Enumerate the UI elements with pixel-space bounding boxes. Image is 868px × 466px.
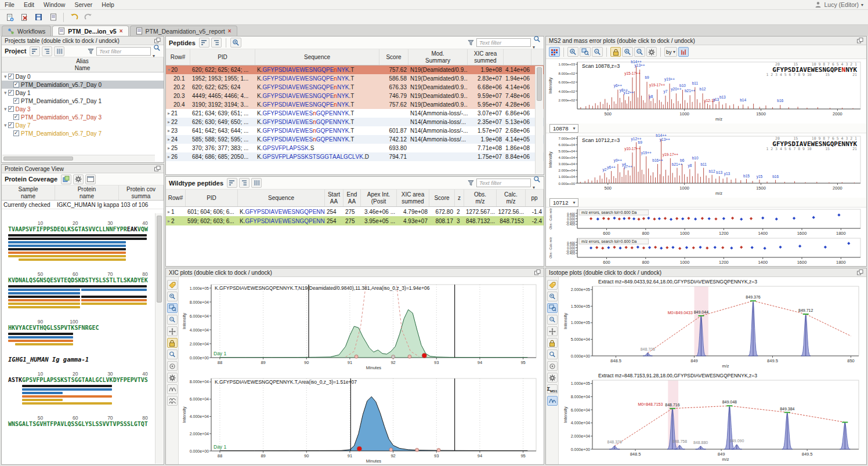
tab-ptm-deamidation-v5-report[interactable]: PTM_Deamidation_v5_report× bbox=[130, 26, 237, 36]
pan-icon[interactable] bbox=[547, 326, 558, 336]
undock-icon[interactable] bbox=[857, 38, 863, 43]
coverage-bar[interactable] bbox=[8, 252, 126, 254]
zoom-area-icon[interactable] bbox=[167, 303, 178, 313]
coverage-bar[interactable] bbox=[8, 296, 80, 298]
peptide-row[interactable]: ▸22626; 630; 649; 650; ...K.GFYPSDIAVEWE… bbox=[166, 118, 544, 126]
coverage-bar[interactable] bbox=[81, 289, 146, 291]
isotope-plot-modified[interactable]: 848.5849849.58500.000e+005.000e+041.000e… bbox=[559, 277, 866, 371]
sort-button[interactable] bbox=[30, 46, 40, 56]
coverage-bar[interactable] bbox=[8, 255, 126, 257]
user-menu[interactable]: Lucy (Editor)▾ bbox=[815, 1, 863, 8]
peak-bars-button[interactable] bbox=[678, 47, 689, 57]
column-header-protein[interactable]: Protein name bbox=[55, 185, 119, 200]
save-button[interactable] bbox=[32, 11, 45, 23]
tree-view-button[interactable] bbox=[211, 38, 222, 48]
curve-icon[interactable] bbox=[167, 384, 178, 394]
coverage-bar[interactable] bbox=[8, 299, 80, 301]
scan-selector-10712[interactable]: 10712▾ bbox=[549, 198, 578, 207]
peptide-row[interactable]: 20.11952; 1953; 1955; 1...K.GFYPSDIAVEWE… bbox=[166, 74, 544, 83]
expand-icon[interactable]: ▾ bbox=[4, 106, 7, 112]
zoom-in-y-button[interactable] bbox=[622, 47, 633, 57]
delete-button[interactable] bbox=[17, 11, 31, 23]
column-header[interactable]: Row# bbox=[166, 190, 186, 206]
lock-button[interactable] bbox=[610, 47, 621, 57]
columns-button[interactable] bbox=[54, 46, 64, 56]
annotate-by-dropdown[interactable]: by ▾ bbox=[664, 47, 677, 57]
wildtype-text-filter[interactable] bbox=[476, 179, 531, 187]
close-icon[interactable]: × bbox=[228, 28, 232, 34]
columns-button[interactable] bbox=[251, 178, 262, 188]
menu-help[interactable]: Help bbox=[102, 1, 114, 8]
coverage-bar[interactable] bbox=[22, 399, 63, 401]
search-icon[interactable]: ▾ bbox=[533, 176, 541, 190]
coverage-bar[interactable] bbox=[8, 292, 80, 294]
projects-text-filter[interactable] bbox=[96, 47, 151, 56]
column-header[interactable]: End AA bbox=[343, 190, 361, 206]
column-header[interactable]: pp bbox=[526, 190, 544, 206]
report-button[interactable] bbox=[46, 11, 60, 23]
expand-icon[interactable]: ▾ bbox=[4, 90, 7, 96]
undo-button[interactable] bbox=[67, 11, 81, 23]
coverage-bar[interactable] bbox=[8, 333, 73, 335]
close-icon[interactable]: × bbox=[120, 28, 123, 34]
mass-error-plot-2[interactable]: 600800100012001400160018000.4000.2000.00… bbox=[546, 236, 866, 265]
peptides-text-filter[interactable] bbox=[476, 38, 531, 47]
tree-view-button[interactable] bbox=[239, 178, 249, 188]
column-header[interactable]: z bbox=[455, 190, 464, 206]
menu-window[interactable]: Window bbox=[44, 1, 65, 8]
peptide-row[interactable]: ▸24585; 588; 592; 595; ...K.GFYPSDIAVEWE… bbox=[166, 135, 544, 144]
zoom-out-button[interactable] bbox=[592, 47, 603, 57]
sort-button[interactable] bbox=[199, 38, 209, 48]
checkbox[interactable] bbox=[13, 114, 19, 120]
filter-funnel-icon[interactable] bbox=[88, 48, 94, 54]
checkbox[interactable] bbox=[13, 82, 19, 88]
peptide-row[interactable]: 20.2620; 622; 625; 624K.GFYPSDIAVEWESNGQ… bbox=[166, 83, 544, 92]
coverage-bar[interactable] bbox=[8, 340, 73, 342]
horizontal-scrollbar[interactable] bbox=[2, 155, 155, 162]
column-header-coverage[interactable]: Protein cov summa bbox=[119, 185, 164, 200]
lock-icon[interactable] bbox=[167, 338, 178, 348]
window-button[interactable] bbox=[85, 174, 96, 184]
column-header[interactable]: Mod. Summary bbox=[408, 49, 468, 65]
coverage-bar[interactable] bbox=[8, 245, 126, 247]
xic-plot-modified[interactable]: 88899091929394950.000e+002.000e+044.000e… bbox=[179, 277, 543, 371]
column-header[interactable]: Score bbox=[379, 49, 408, 65]
checkbox[interactable] bbox=[13, 130, 19, 136]
coverage-bar[interactable] bbox=[15, 343, 73, 345]
zoom-area-button[interactable] bbox=[580, 47, 591, 57]
coverage-bar[interactable] bbox=[8, 238, 147, 240]
coverage-bar[interactable] bbox=[22, 388, 112, 391]
column-header[interactable]: Row# bbox=[166, 49, 190, 65]
coverage-bar[interactable] bbox=[22, 395, 112, 398]
peptide-row[interactable]: 20.34449; 4465; 4466; 4...K.GFYPSDIAVEWE… bbox=[166, 92, 544, 100]
sigma-icon[interactable]: ΣMS1 bbox=[547, 384, 558, 394]
project-tree-row[interactable]: PTM_Deamidation_v5.7_Day 1 bbox=[2, 97, 164, 105]
project-tree-row[interactable]: ▾Day 3 bbox=[2, 105, 164, 113]
waves-icon[interactable] bbox=[167, 396, 178, 406]
column-header[interactable]: Sequence bbox=[238, 190, 325, 206]
zoom-in-icon[interactable] bbox=[167, 292, 178, 301]
zoom-in-icon[interactable] bbox=[547, 292, 558, 301]
sort-button[interactable] bbox=[227, 178, 237, 188]
zoom-small-icon[interactable] bbox=[547, 350, 558, 359]
checkbox[interactable] bbox=[8, 106, 14, 112]
coverage-bar[interactable] bbox=[81, 299, 146, 301]
zoom-out-icon[interactable] bbox=[547, 315, 558, 325]
target-icon[interactable] bbox=[547, 361, 558, 371]
tab-workflows[interactable]: Workflows bbox=[2, 26, 51, 36]
checkbox[interactable] bbox=[8, 74, 14, 79]
peptide-row[interactable]: 20.43190; 3192; 3194; 3...K.GFYPSDIAVEWE… bbox=[166, 100, 544, 109]
zoom-in-button[interactable] bbox=[567, 47, 578, 57]
column-header-sample[interactable]: Sample name bbox=[2, 185, 55, 200]
column-header[interactable]: Sequence bbox=[255, 49, 379, 65]
coverage-bar[interactable] bbox=[22, 385, 112, 387]
tag-icon[interactable] bbox=[547, 280, 558, 290]
undock-icon[interactable] bbox=[154, 166, 161, 172]
tree-view-button[interactable] bbox=[42, 46, 52, 56]
coverage-bar[interactable] bbox=[22, 392, 63, 394]
checkbox[interactable] bbox=[8, 90, 14, 96]
matrix-view-button[interactable] bbox=[549, 47, 560, 57]
column-header[interactable]: XIC area summed bbox=[397, 190, 429, 206]
coverage-bar[interactable] bbox=[8, 303, 80, 305]
menu-file[interactable]: File bbox=[5, 1, 15, 8]
